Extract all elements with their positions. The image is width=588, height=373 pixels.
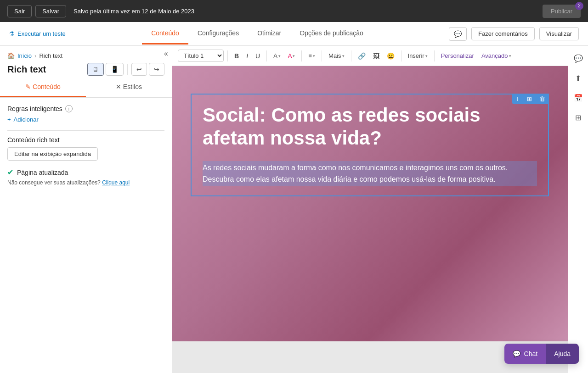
tab-configuracoes[interactable]: Configurações <box>188 23 248 45</box>
breadcrumb-home[interactable]: Início <box>17 52 32 59</box>
content-block[interactable]: T ⊞ 🗑 Social: Como as redes sociais afet… <box>191 94 549 196</box>
nav-tabs: Conteúdo Configurações Otimizar Opções d… <box>142 23 373 45</box>
avancado-dropdown[interactable]: Avançado ▾ <box>479 50 514 61</box>
nav-left: ⚗ Executar um teste <box>9 30 66 37</box>
content-heading: Social: Como as redes sociais afetam nos… <box>203 104 537 150</box>
top-bar: Sair Salvar Salvo pela última vez em 12 … <box>0 0 588 22</box>
smart-rules-info-icon[interactable]: i <box>65 105 73 112</box>
delete-block-button[interactable]: 🗑 <box>536 94 549 104</box>
update-hint: Não consegue ver suas atualizações? Cliq… <box>7 179 164 186</box>
publicar-badge: 2 <box>575 2 583 10</box>
align-dropdown[interactable]: ≡ ▾ <box>305 50 318 61</box>
personalizar-button[interactable]: Personalizar <box>438 50 477 61</box>
editor-area: Título 1 B I U A ▾ A ▾ ≡ ▾ <box>172 46 568 373</box>
breadcrumb-current: Rich text <box>39 52 62 59</box>
sair-button[interactable]: Sair <box>7 5 32 17</box>
right-share-button[interactable]: ⬆ <box>572 71 584 85</box>
run-test-button[interactable]: ⚗ Executar um teste <box>9 30 66 37</box>
saved-text: Salvo pela última vez em 12 de Maio de 2… <box>74 8 194 15</box>
chat-icon-button[interactable]: 💬 <box>449 27 467 41</box>
tab-conteudo[interactable]: Conteúdo <box>142 23 188 45</box>
right-comments-button[interactable]: 💬 <box>571 51 586 66</box>
right-calendar-button[interactable]: 📅 <box>571 91 586 105</box>
tab-opcoes-publicacao[interactable]: Opções de publicação <box>290 23 373 45</box>
heading-select[interactable]: Título 1 <box>178 50 224 62</box>
comment-button[interactable]: Fazer comentários <box>471 27 535 40</box>
editor-toolbar: Título 1 B I U A ▾ A ▾ ≡ ▾ <box>172 46 568 66</box>
link-button[interactable]: 🔗 <box>355 50 368 61</box>
publicar-button[interactable]: Publicar 2 <box>543 5 581 18</box>
chat-widget: 💬 Chat Ajuda <box>504 344 579 364</box>
redo-button[interactable]: ↪ <box>149 63 164 76</box>
expand-button[interactable]: Editar na exibição expandida <box>7 147 98 161</box>
add-button[interactable]: + Adicionar <box>7 116 164 123</box>
sidebar-content-area: Regras inteligentes i + Adicionar Conteú… <box>0 98 172 373</box>
chevron-down-icon: ▾ <box>509 54 511 58</box>
content-paragraph: As redes sociais mudaram a forma como no… <box>203 161 537 186</box>
sidebar-tab-conteudo[interactable]: ✎ Conteúdo <box>0 78 86 97</box>
inserir-dropdown[interactable]: Inserir ▾ <box>405 50 430 61</box>
sidebar-collapse-button[interactable]: « <box>164 50 168 58</box>
check-icon: ✔ <box>7 168 13 177</box>
underline-button[interactable]: U <box>253 50 263 61</box>
chat-bubble-icon: 💬 <box>513 350 520 357</box>
edit-icon: ✎ <box>25 83 31 90</box>
undo-button[interactable]: ↩ <box>131 63 147 76</box>
chevron-down-icon: ▾ <box>425 54 428 58</box>
chevron-down-icon: ▾ <box>313 54 315 58</box>
salvar-button[interactable]: Salvar <box>35 5 66 17</box>
main-layout: « 🏠 Início › Rich text Rich text 🖥 📱 ↩ ↪ <box>0 46 588 373</box>
page-preview: T ⊞ 🗑 Social: Como as redes sociais afet… <box>172 66 568 341</box>
tab-otimizar[interactable]: Otimizar <box>248 23 290 45</box>
rich-text-content-label: Conteúdo rich text <box>7 136 164 144</box>
image-button[interactable]: 🖼 <box>370 50 382 61</box>
copy-block-button[interactable]: ⊞ <box>523 94 536 104</box>
nav-bar: ⚗ Executar um teste Conteúdo Configuraçõ… <box>0 22 588 46</box>
page-updated-status: Página atualizada <box>17 169 68 176</box>
chevron-down-icon: ▾ <box>278 54 281 58</box>
top-bar-right: Publicar 2 <box>543 5 581 18</box>
sidebar: « 🏠 Início › Rich text Rich text 🖥 📱 ↩ ↪ <box>0 46 172 373</box>
canvas-area: T ⊞ 🗑 Social: Como as redes sociais afet… <box>172 66 568 373</box>
desktop-view-button[interactable]: 🖥 <box>87 63 104 76</box>
font-dropdown[interactable]: A ▾ <box>271 50 283 61</box>
mais-dropdown[interactable]: Mais ▾ <box>326 50 347 61</box>
bold-button[interactable]: B <box>232 50 242 61</box>
help-button[interactable]: Ajuda <box>546 344 579 364</box>
canvas-inner: T ⊞ 🗑 Social: Como as redes sociais afet… <box>172 66 568 373</box>
breadcrumb: 🏠 Início › Rich text <box>0 46 172 59</box>
block-actions: T ⊞ 🗑 <box>512 94 549 104</box>
chevron-down-icon: ▾ <box>293 54 295 58</box>
nav-right: 💬 Fazer comentários Visualizar <box>449 27 579 41</box>
style-icon: ✕ <box>116 83 121 90</box>
text-edit-icon[interactable]: T <box>512 94 523 104</box>
mobile-view-button[interactable]: 📱 <box>106 63 124 76</box>
divider <box>7 130 164 131</box>
color-dropdown[interactable]: A ▾ <box>285 50 298 61</box>
sidebar-tabs: ✎ Conteúdo ✕ Estilos <box>0 78 172 98</box>
chat-button[interactable]: 💬 Chat <box>504 344 546 364</box>
emoji-button[interactable]: 😀 <box>384 50 397 61</box>
right-grid-button[interactable]: ⊞ <box>572 111 584 125</box>
sidebar-tab-estilos[interactable]: ✕ Estilos <box>86 78 172 97</box>
flask-icon: ⚗ <box>9 30 15 37</box>
home-icon: 🏠 <box>7 52 15 59</box>
right-toolbar: 💬 ⬆ 📅 ⊞ › <box>568 46 588 373</box>
visualizar-button[interactable]: Visualizar <box>539 27 579 40</box>
top-bar-left: Sair Salvar Salvo pela última vez em 12 … <box>7 5 194 17</box>
chevron-down-icon: ▾ <box>342 54 345 58</box>
page-title: Rich text <box>7 64 46 75</box>
italic-button[interactable]: I <box>243 50 251 61</box>
status-row: ✔ Página atualizada <box>7 168 164 177</box>
smart-rules-label: Regras inteligentes i <box>7 105 164 112</box>
clique-aqui-link[interactable]: Clique aqui <box>102 179 130 186</box>
